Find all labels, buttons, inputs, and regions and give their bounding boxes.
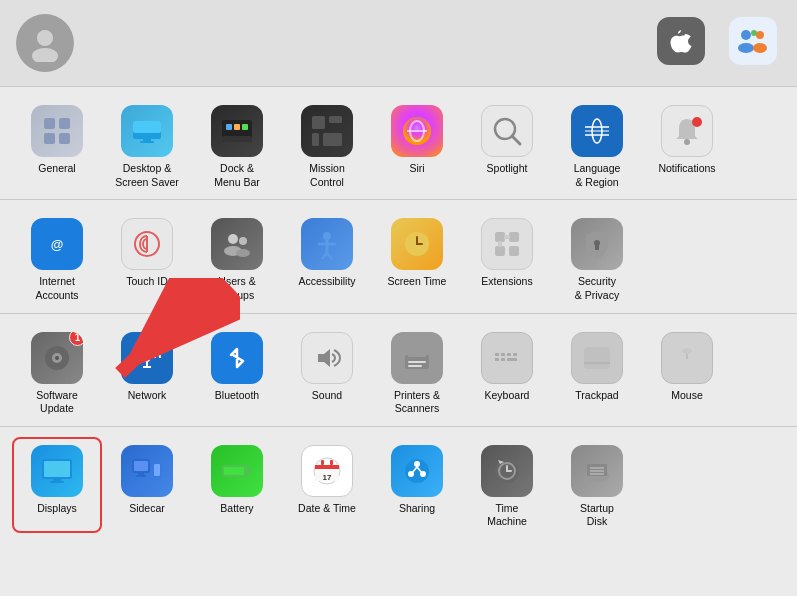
pref-item-extensions[interactable]: Extensions [462,210,552,306]
svg-rect-16 [140,141,154,143]
datetime-label: Date & Time [298,502,356,516]
svg-point-45 [236,249,250,257]
svg-rect-79 [501,358,505,361]
svg-rect-22 [312,116,325,129]
svg-point-4 [741,30,751,40]
pref-item-siri[interactable]: Siri [372,97,462,193]
svg-rect-104 [315,465,339,469]
svg-rect-101 [321,460,324,465]
svg-rect-59 [595,245,599,250]
svg-point-7 [738,43,754,53]
pref-item-dock[interactable]: Dock & Menu Bar [192,97,282,193]
svg-rect-54 [495,246,505,256]
general-label: General [38,162,75,176]
svg-point-8 [753,43,767,53]
pref-item-mouse[interactable]: Mouse [642,324,732,420]
apple-id-button[interactable] [657,17,705,69]
trackpad-icon [571,332,623,384]
keyboard-icon [481,332,533,384]
pref-item-general[interactable]: General [12,97,102,193]
svg-point-42 [228,234,238,244]
grid-accounts: @Internet AccountsTouch IDUsers & Groups… [12,210,785,306]
spotlight-icon [481,105,533,157]
svg-rect-82 [584,347,610,369]
pref-item-mission[interactable]: Mission Control [282,97,372,193]
pref-item-touchid[interactable]: Touch ID [102,210,192,306]
software-badge: 1 [69,332,83,346]
pref-item-sidecar[interactable]: Sidecar [102,437,192,533]
preferences-grid: GeneralDesktop & Screen SaverDock & Menu… [0,87,797,539]
sharing-label: Sharing [399,502,435,516]
user-info[interactable] [16,14,86,72]
svg-rect-21 [242,124,248,130]
network-icon [121,332,173,384]
keyboard-label: Keyboard [485,389,530,403]
dock-label: Dock & Menu Bar [214,162,260,189]
screentime-label: Screen Time [388,275,447,289]
pref-item-battery[interactable]: Battery [192,437,282,533]
pref-item-software[interactable]: 1Software Update [12,324,102,420]
pref-item-trackpad[interactable]: Trackpad [552,324,642,420]
svg-point-3 [32,48,58,62]
svg-rect-19 [226,124,232,130]
pref-item-screentime[interactable]: Screen Time [372,210,462,306]
mission-icon [301,105,353,157]
pref-item-keyboard[interactable]: Keyboard [462,324,552,420]
svg-point-62 [55,356,59,360]
bluetooth-icon [211,332,263,384]
svg-point-37 [692,117,702,127]
svg-point-5 [756,31,764,39]
pref-item-bluetooth[interactable]: Bluetooth [192,324,282,420]
svg-rect-24 [312,133,319,146]
accessibility-label: Accessibility [298,275,355,289]
pref-item-users[interactable]: Users & Groups [192,210,282,306]
printers-label: Printers & Scanners [394,389,440,416]
startup-icon [571,445,623,497]
printers-icon [391,332,443,384]
top-icons [657,17,777,69]
svg-rect-96 [154,464,160,476]
general-icon [31,105,83,157]
pref-item-language[interactable]: Language & Region [552,97,642,193]
pref-item-internet[interactable]: @Internet Accounts [12,210,102,306]
notifications-icon [661,105,713,157]
battery-label: Battery [220,502,253,516]
svg-rect-56 [504,235,510,239]
pref-item-security[interactable]: Security & Privacy [552,210,642,306]
displays-icon [31,445,83,497]
svg-rect-102 [330,460,333,465]
grid-personal: GeneralDesktop & Screen SaverDock & Menu… [12,97,785,193]
pref-item-startup[interactable]: Startup Disk [552,437,642,533]
pref-item-notifications[interactable]: Notifications [642,97,732,193]
pref-item-desktop[interactable]: Desktop & Screen Saver [102,97,192,193]
pref-item-network[interactable]: Network [102,324,192,420]
startup-label: Startup Disk [580,502,614,529]
software-label: Software Update [36,389,77,416]
family-sharing-button[interactable] [729,17,777,69]
svg-text:17: 17 [323,473,332,482]
pref-item-accessibility[interactable]: Accessibility [282,210,372,306]
pref-item-sharing[interactable]: Sharing [372,437,462,533]
bluetooth-label: Bluetooth [215,389,259,403]
pref-item-displays[interactable]: Displays [12,437,102,533]
grid-other: DisplaysSidecarBattery17Date & TimeShari… [12,437,785,533]
svg-rect-11 [44,133,55,144]
pref-item-datetime[interactable]: 17Date & Time [282,437,372,533]
desktop-icon [121,105,173,157]
pref-item-spotlight[interactable]: Spotlight [462,97,552,193]
pref-item-timemachine[interactable]: Time Machine [462,437,552,533]
pref-item-printers[interactable]: Printers & Scanners [372,324,462,420]
timemachine-label: Time Machine [487,502,527,529]
svg-rect-80 [507,358,517,361]
timemachine-icon [481,445,533,497]
sound-label: Sound [312,389,342,403]
users-label: Users & Groups [218,275,255,302]
svg-rect-88 [44,461,70,477]
svg-rect-75 [501,353,505,356]
svg-rect-74 [495,353,499,356]
spotlight-label: Spotlight [487,162,528,176]
pref-item-sound[interactable]: Sound [282,324,372,420]
siri-label: Siri [409,162,424,176]
svg-rect-10 [59,118,70,129]
dock-icon [211,105,263,157]
